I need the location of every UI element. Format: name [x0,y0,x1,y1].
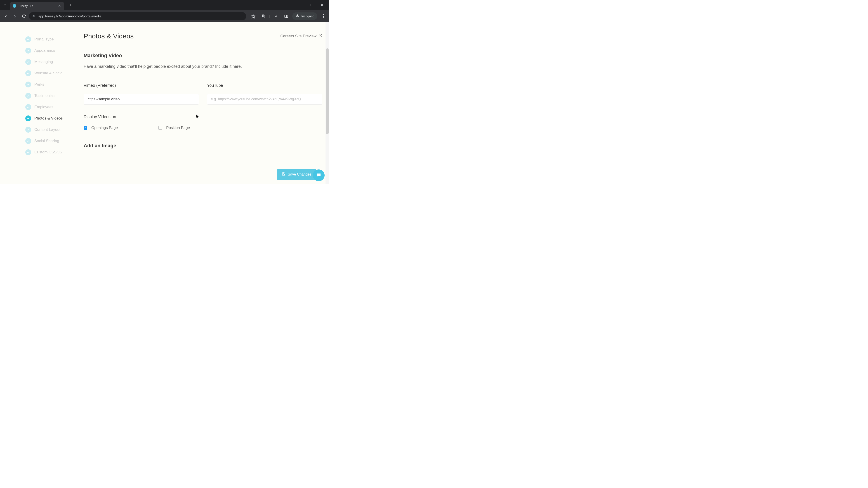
sidebar-item-label: Portal Type [34,37,54,41]
sidebar-item-label: Testimonials [34,94,56,98]
sidebar-item-social-sharing[interactable]: Social Sharing [25,135,76,147]
downloads-icon[interactable] [272,12,280,20]
scrollbar-track[interactable] [326,22,329,184]
svg-point-4 [33,15,34,16]
svg-point-14 [323,14,324,15]
sidebar-item-messaging[interactable]: Messaging [25,56,76,68]
tab-close-button[interactable]: ✕ [57,4,61,8]
sidebar-item-icon [25,104,31,110]
checkbox-input[interactable] [84,126,87,130]
sidebar-item-label: Website & Social [34,71,63,75]
browser-menu-button[interactable] [320,12,327,20]
reload-button[interactable] [20,12,28,20]
svg-marker-7 [251,14,255,18]
checkbox-label: Openings Page [91,126,118,130]
external-link-icon [319,34,322,39]
sidebar-item-label: Employees [34,105,53,109]
sidebar-item-icon [25,82,31,88]
url-text: app.breezy.hr/app/c/moodjoy/portal/media [38,14,101,18]
youtube-label: YouTube [207,83,322,88]
sidebar-item-icon [25,93,31,99]
save-button-label: Save Changes [288,172,311,176]
sidebar-item-icon [25,36,31,42]
svg-rect-1 [311,4,313,6]
sidebar: Portal TypeAppearanceMessagingWebsite & … [0,22,77,184]
extensions-icon[interactable] [259,12,267,20]
sidebar-item-icon [25,116,31,121]
sidebar-item-label: Social Sharing [34,139,59,143]
save-changes-button[interactable]: Save Changes [277,169,316,180]
tab-favicon-icon [13,4,16,8]
scrollbar-thumb[interactable] [326,48,329,134]
browser-tab[interactable]: Breezy HR ✕ [10,2,64,10]
youtube-url-input[interactable] [207,94,322,105]
checkbox-input[interactable] [158,126,162,130]
incognito-label: Incognito [301,14,314,18]
sidebar-item-photos-videos[interactable]: Photos & Videos [25,113,76,124]
sidebar-item-icon [25,48,31,54]
sidebar-item-employees[interactable]: Employees [25,101,76,113]
svg-point-15 [323,16,324,17]
sidebar-item-label: Custom CSS/JS [34,150,62,155]
sidebar-item-icon [25,127,31,133]
checkbox-item-position-page: Position Page [158,126,190,130]
window-controls [296,0,329,10]
incognito-indicator[interactable]: Incognito [292,12,317,20]
sidebar-item-website-social[interactable]: Website & Social [25,68,76,79]
sidebar-item-icon [25,59,31,65]
svg-point-11 [296,16,297,17]
address-bar: app.breezy.hr/app/c/moodjoy/portal/media… [0,10,329,22]
sidebar-item-label: Appearance [34,48,55,53]
sidebar-item-appearance[interactable]: Appearance [25,45,76,56]
main-panel: Photos & Videos Careers Site Preview Mar… [77,22,329,184]
marketing-video-description: Have a marketing video that'll help get … [84,64,242,70]
minimize-button[interactable] [296,0,307,10]
sidebar-item-icon [25,70,31,76]
page-content: Portal TypeAppearanceMessagingWebsite & … [0,22,329,184]
add-image-heading: Add an Image [84,143,322,149]
checkbox-label: Position Page [166,126,190,130]
sidebar-item-label: Content Layout [34,127,60,132]
maximize-button[interactable] [307,0,317,10]
sidebar-item-label: Photos & Videos [34,116,63,121]
sidebar-item-icon [25,149,31,155]
display-videos-label: Display Videos on: [84,115,322,119]
side-panel-icon[interactable] [282,12,290,20]
sidebar-item-custom-css-js[interactable]: Custom CSS/JS [25,147,76,158]
site-settings-icon[interactable] [32,14,36,19]
forward-button[interactable] [11,12,19,20]
sidebar-item-label: Messaging [34,60,53,64]
incognito-icon [296,14,300,19]
save-icon [282,172,285,177]
careers-preview-label: Careers Site Preview [280,34,316,38]
back-button[interactable] [2,12,10,20]
sidebar-item-testimonials[interactable]: Testimonials [25,90,76,101]
tab-search-dropdown[interactable] [2,2,8,8]
vimeo-label: Vimeo (Preferred) [84,83,199,88]
sidebar-item-content-layout[interactable]: Content Layout [25,124,76,135]
svg-line-17 [320,34,322,36]
sidebar-item-portal-type[interactable]: Portal Type [25,34,76,45]
sidebar-item-perks[interactable]: Perks [25,79,76,90]
careers-preview-link[interactable]: Careers Site Preview [280,34,322,39]
url-field[interactable]: app.breezy.hr/app/c/moodjoy/portal/media [29,12,246,20]
tab-title: Breezy HR [19,4,57,8]
close-window-button[interactable] [317,0,327,10]
vimeo-url-input[interactable] [84,94,199,105]
sidebar-item-icon [25,138,31,144]
page-title: Photos & Videos [84,32,133,40]
sidebar-item-label: Perks [34,82,44,87]
new-tab-button[interactable]: + [67,2,74,8]
checkbox-item-openings-page: Openings Page [84,126,118,130]
svg-point-12 [298,16,299,17]
marketing-video-heading: Marketing Video [84,53,322,59]
chat-widget-button[interactable] [313,169,324,181]
svg-rect-9 [285,15,288,18]
bookmark-star-icon[interactable] [249,12,257,20]
browser-chrome: Breezy HR ✕ + app.breezy.hr/app/c/moodjo… [0,0,329,22]
tab-bar: Breezy HR ✕ + [0,0,329,10]
svg-point-16 [323,18,324,18]
